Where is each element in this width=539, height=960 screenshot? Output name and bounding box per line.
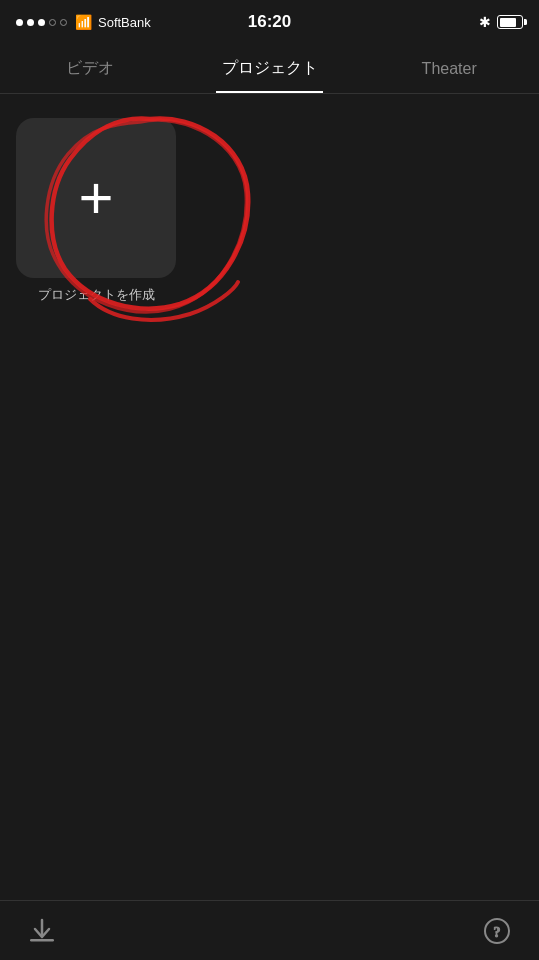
signal-dot-4 [49,19,56,26]
signal-dot-3 [38,19,45,26]
carrier-label: SoftBank [98,15,151,30]
svg-rect-0 [30,939,54,942]
tab-theater-label: Theater [422,60,477,78]
status-bar: 📶 SoftBank 16:20 ✱ [0,0,539,44]
wifi-icon: 📶 [75,14,92,30]
status-time: 16:20 [248,12,291,32]
signal-dot-2 [27,19,34,26]
battery-body [497,15,523,29]
battery [497,15,523,29]
signal-dot-5 [60,19,67,26]
tab-projects[interactable]: プロジェクト [180,44,360,93]
download-icon [28,917,56,945]
status-left: 📶 SoftBank [16,14,151,30]
create-project-tile: + [16,118,176,278]
battery-fill [500,18,517,27]
tab-video[interactable]: ビデオ [0,44,180,93]
main-content: + プロジェクトを作成 [0,94,539,900]
create-project-label: プロジェクトを作成 [38,286,155,304]
download-button[interactable] [24,913,60,949]
tab-projects-label: プロジェクト [222,58,318,79]
tab-theater[interactable]: Theater [359,44,539,93]
bottom-toolbar: ? [0,900,539,960]
help-icon: ? [483,917,511,945]
plus-icon: + [78,168,113,228]
tab-bar: ビデオ プロジェクト Theater [0,44,539,94]
bluetooth-icon: ✱ [479,14,491,30]
help-button[interactable]: ? [479,913,515,949]
tab-video-label: ビデオ [66,58,114,79]
svg-text:?: ? [494,925,501,940]
create-project-button[interactable]: + プロジェクトを作成 [16,118,176,304]
status-right: ✱ [479,14,523,30]
signal-dot-1 [16,19,23,26]
